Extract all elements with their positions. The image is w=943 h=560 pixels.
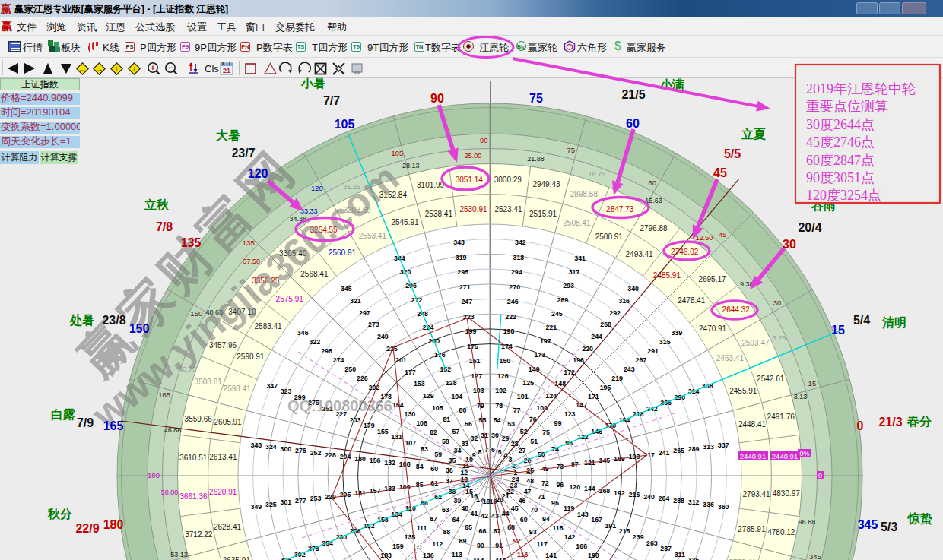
svg-text:127: 127 [471,372,482,380]
svg-text:201: 201 [395,356,407,364]
svg-text:3559.66: 3559.66 [185,415,213,423]
svg-text:120: 120 [311,184,323,192]
svg-text:106: 106 [416,419,427,427]
svg-text:105: 105 [432,404,443,412]
svg-text:2508.41: 2508.41 [563,219,591,227]
svg-text:104: 104 [451,393,462,400]
svg-text:172: 172 [564,369,575,376]
svg-text:5/4: 5/4 [853,314,870,327]
svg-text:348: 348 [251,441,262,449]
svg-text:2847.73: 2847.73 [606,205,634,214]
svg-text:2530.91: 2530.91 [459,205,487,214]
svg-text:325: 325 [265,501,277,508]
svg-text:6: 6 [491,446,495,454]
svg-text:229: 229 [325,493,336,501]
svg-text:30度2644点: 30度2644点 [806,117,875,132]
svg-text:292: 292 [609,309,621,317]
svg-text:23/7: 23/7 [231,147,255,160]
svg-text:80: 80 [459,407,467,414]
svg-text:243: 243 [624,365,635,373]
svg-text:319: 319 [456,254,467,261]
svg-text:96: 96 [556,481,564,489]
svg-text:312: 312 [688,498,700,506]
svg-text:40: 40 [461,505,468,512]
svg-text:2583.41: 2583.41 [255,322,283,331]
svg-text:183: 183 [380,552,392,559]
svg-text:2796.88: 2796.88 [640,224,668,233]
svg-text:168: 168 [599,487,611,495]
svg-text:3661.36: 3661.36 [179,492,208,501]
svg-text:2593.47: 2593.47 [741,339,770,347]
svg-text:153: 153 [414,380,425,388]
svg-text:198: 198 [503,327,515,335]
svg-text:4780.12: 4780.12 [767,528,795,536]
svg-text:102: 102 [495,387,506,394]
svg-text:117: 117 [537,540,548,548]
svg-text:6.25: 6.25 [773,334,786,342]
svg-text:64: 64 [452,516,459,524]
svg-text:81: 81 [443,416,450,423]
svg-text:60度2847点: 60度2847点 [806,153,875,168]
svg-text:30: 30 [491,432,499,439]
svg-text:28.13: 28.13 [402,162,420,169]
svg-text:60: 60 [649,179,657,187]
svg-text:347: 347 [266,382,278,390]
svg-text:76: 76 [529,416,537,423]
svg-text:291: 291 [647,347,659,355]
svg-text:3712.22: 3712.22 [185,530,213,539]
svg-text:157: 157 [370,487,381,495]
svg-text:297: 297 [359,309,370,317]
svg-text:46: 46 [519,497,526,505]
svg-text:263: 263 [646,539,658,547]
svg-text:217: 217 [643,451,655,459]
svg-text:23: 23 [510,482,518,489]
svg-text:2455.91: 2455.91 [729,387,757,395]
svg-text:245: 245 [551,310,563,318]
svg-text:264: 264 [659,495,670,502]
svg-text:114: 114 [473,557,484,560]
svg-text:101: 101 [517,393,529,400]
svg-text:2515.91: 2515.91 [529,210,557,218]
svg-text:89: 89 [459,537,467,545]
svg-text:2019年江恩轮中轮: 2019年江恩轮中轮 [806,81,916,96]
svg-text:3000.29: 3000.29 [494,176,522,184]
svg-text:195: 195 [600,384,611,391]
svg-text:60: 60 [626,117,640,130]
svg-text:15: 15 [808,379,817,388]
svg-text:220: 220 [582,345,593,353]
svg-text:2478.41: 2478.41 [678,296,706,305]
svg-text:2500.91: 2500.91 [595,233,624,241]
svg-text:45度2746点: 45度2746点 [806,134,875,150]
svg-text:92: 92 [513,537,521,545]
svg-text:249: 249 [377,333,389,340]
svg-text:5/5: 5/5 [724,147,741,160]
svg-text:100: 100 [536,404,548,412]
svg-text:273: 273 [368,321,379,328]
svg-text:60: 60 [430,465,438,473]
svg-text:346: 346 [297,329,309,337]
svg-text:12.50: 12.50 [696,234,713,242]
svg-text:小暑: 小暑 [300,77,325,90]
svg-text:171: 171 [588,393,599,400]
svg-text:95: 95 [551,499,559,507]
svg-text:267: 267 [636,356,647,364]
svg-text:2493.41: 2493.41 [626,250,654,258]
svg-text:61: 61 [430,479,438,487]
svg-text:3: 3 [509,456,513,464]
svg-text:56: 56 [465,420,472,428]
svg-text:270: 270 [509,283,520,291]
svg-text:323: 323 [281,388,292,395]
svg-text:159: 159 [392,543,404,550]
svg-text:252: 252 [310,449,322,457]
svg-text:69: 69 [520,516,528,524]
svg-text:143: 143 [577,511,589,518]
svg-text:166: 166 [576,543,587,550]
svg-text:132: 132 [384,459,395,467]
svg-text:337: 337 [718,441,729,449]
svg-text:2542.61: 2542.61 [757,375,785,383]
svg-text:197: 197 [540,337,551,345]
svg-text:133: 133 [384,485,395,492]
svg-text:30: 30 [783,238,796,251]
svg-text:228: 228 [325,451,336,459]
svg-text:136: 136 [423,552,434,559]
